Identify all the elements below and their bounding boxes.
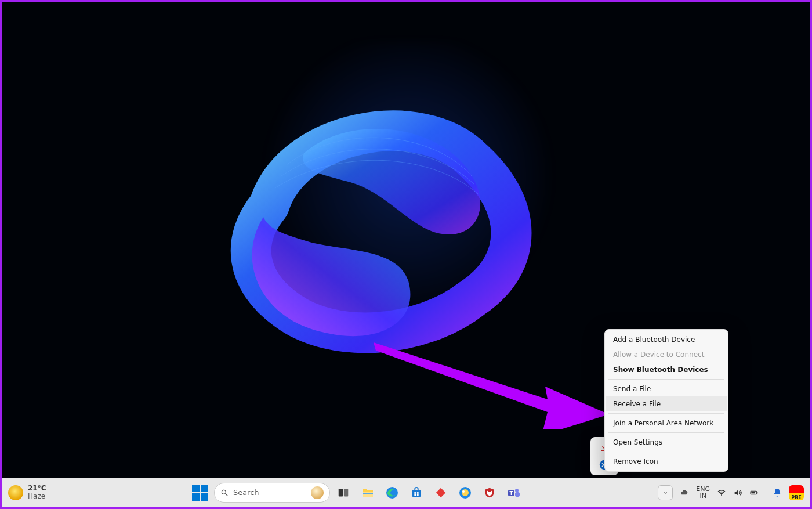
svg-rect-13 (417, 494, 419, 496)
svg-rect-5 (344, 489, 348, 496)
svg-point-16 (462, 489, 469, 496)
svg-rect-7 (362, 493, 373, 494)
search-placeholder: Search (233, 488, 259, 497)
weather-icon (8, 485, 23, 500)
copilot-badge-label: PRE (791, 495, 802, 500)
svg-point-20 (515, 489, 519, 492)
menu-separator (608, 379, 724, 380)
taskbar-pinned-apps: T (336, 485, 521, 500)
svg-line-3 (226, 493, 228, 496)
svg-point-17 (462, 490, 465, 493)
photos-icon[interactable] (458, 485, 473, 500)
wifi-icon[interactable] (717, 488, 726, 497)
menu-item-join-a-personal-area-network[interactable]: Join a Personal Area Network (606, 416, 727, 431)
taskbar-center: Search (192, 483, 521, 503)
search-icon (220, 489, 229, 497)
file-explorer-icon[interactable] (360, 485, 375, 500)
language-line2: IN (696, 493, 710, 500)
menu-item-add-a-bluetooth-device[interactable]: Add a Bluetooth Device (606, 332, 727, 347)
edge-icon[interactable] (385, 485, 400, 500)
menu-item-show-bluetooth-devices[interactable]: Show Bluetooth Devices (606, 362, 727, 377)
tray-overflow-button[interactable] (658, 485, 673, 500)
svg-rect-10 (414, 492, 416, 494)
svg-point-22 (721, 494, 722, 496)
svg-rect-24 (757, 492, 757, 493)
svg-text:T: T (509, 490, 513, 496)
menu-separator (608, 432, 724, 433)
language-line1: ENG (696, 486, 710, 493)
svg-rect-9 (412, 490, 421, 497)
screenshot-frame: Add a Bluetooth DeviceAllow a Device to … (0, 0, 812, 509)
teams-icon[interactable]: T (506, 485, 521, 500)
onedrive-icon[interactable] (680, 488, 689, 497)
copilot-preview-icon[interactable]: PRE (789, 485, 804, 500)
bluetooth-context-menu: Add a Bluetooth DeviceAllow a Device to … (604, 329, 728, 472)
todo-icon[interactable] (433, 485, 448, 500)
language-indicator[interactable]: ENG IN (696, 486, 710, 499)
volume-icon[interactable] (733, 488, 742, 497)
wallpaper-glow (229, 41, 588, 342)
menu-item-remove-icon[interactable]: Remove Icon (606, 454, 727, 469)
menu-item-allow-a-device-to-connect: Allow a Device to Connect (606, 347, 727, 362)
svg-marker-14 (436, 488, 446, 497)
store-icon[interactable] (409, 485, 424, 500)
svg-rect-11 (417, 492, 419, 494)
taskbar-right: ENG IN PRE (658, 485, 804, 500)
weather-widget[interactable]: 21°C Haze (8, 485, 56, 500)
svg-rect-12 (414, 494, 416, 496)
weather-temp: 21°C (28, 485, 46, 492)
start-button[interactable] (192, 485, 208, 501)
menu-separator (608, 452, 724, 452)
search-highlight-icon (311, 486, 324, 499)
menu-item-receive-a-file[interactable]: Receive a File (606, 396, 727, 411)
svg-point-2 (222, 490, 226, 494)
notifications-icon[interactable] (773, 488, 782, 497)
taskbar: 21°C Haze Search (2, 478, 810, 507)
task-view-icon[interactable] (336, 485, 351, 500)
battery-icon[interactable] (749, 488, 759, 497)
svg-rect-21 (515, 492, 520, 497)
mcafee-icon[interactable] (482, 485, 497, 500)
menu-separator (608, 413, 724, 414)
menu-item-open-settings[interactable]: Open Settings (606, 435, 727, 450)
svg-rect-25 (751, 492, 755, 493)
svg-rect-4 (339, 489, 343, 496)
svg-rect-6 (362, 492, 373, 497)
chevron-down-icon (662, 489, 669, 496)
weather-condition: Haze (28, 493, 46, 500)
taskbar-search[interactable]: Search (214, 483, 330, 503)
menu-item-send-a-file[interactable]: Send a File (606, 381, 727, 396)
weather-text: 21°C Haze (28, 485, 46, 500)
